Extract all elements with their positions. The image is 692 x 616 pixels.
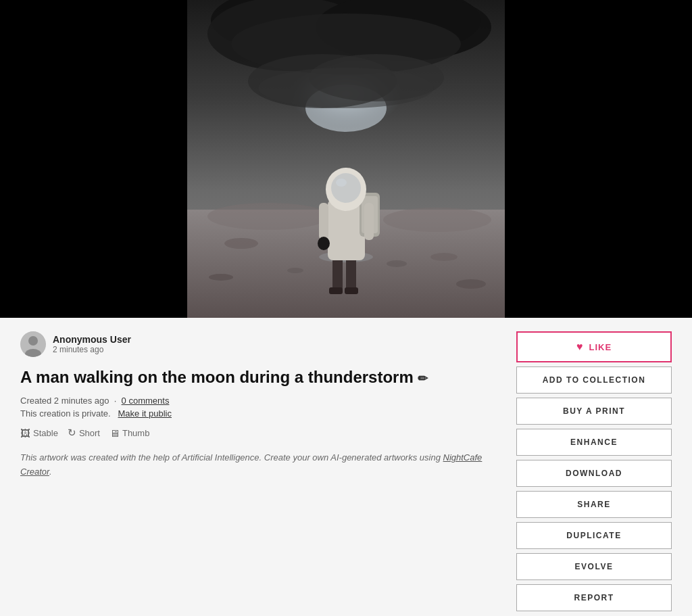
- svg-point-9: [258, 68, 434, 108]
- add-to-collection-button[interactable]: ADD TO COLLECTION: [516, 366, 672, 394]
- buy-a-print-button[interactable]: BUY A PRINT: [516, 398, 672, 425]
- thumb-icon: 🖥: [109, 427, 120, 439]
- svg-rect-22: [329, 287, 343, 294]
- content-area: Anonymous User 2 minutes ago A man walki…: [0, 318, 692, 616]
- edit-icon[interactable]: ✏: [418, 372, 428, 385]
- svg-rect-21: [346, 257, 356, 291]
- svg-point-17: [207, 203, 329, 230]
- time-ago: 2 minutes ago: [53, 345, 131, 354]
- svg-point-29: [318, 237, 330, 250]
- svg-point-12: [430, 253, 458, 261]
- user-details: Anonymous User 2 minutes ago: [53, 334, 131, 354]
- tag-stable: 🖼 Stable: [20, 427, 58, 439]
- svg-point-31: [331, 173, 361, 203]
- tags-line: 🖼 Stable ↻ Short 🖥 Thumb: [20, 427, 503, 439]
- tag-short-label: Short: [79, 428, 100, 438]
- short-icon: ↻: [68, 427, 76, 439]
- svg-point-13: [209, 274, 233, 281]
- svg-rect-23: [345, 287, 358, 294]
- artwork-image: [187, 0, 505, 318]
- avatar[interactable]: [20, 331, 46, 357]
- image-area: [0, 0, 692, 318]
- right-panel: ♥ LIKE ADD TO COLLECTION BUY A PRINT ENH…: [516, 331, 672, 611]
- artwork-title: A man walking on the moon during a thund…: [20, 366, 503, 387]
- meta-line: Created 2 minutes ago · 0 comments: [20, 396, 503, 406]
- description: This artwork was created with the help o…: [20, 451, 503, 479]
- tag-thumb: 🖥 Thumb: [109, 427, 149, 439]
- svg-rect-28: [364, 203, 374, 240]
- tag-short: ↻ Short: [68, 427, 100, 439]
- stable-icon: 🖼: [20, 427, 30, 439]
- svg-point-14: [456, 279, 486, 289]
- make-public-link[interactable]: Make it public: [118, 408, 172, 419]
- heart-icon: ♥: [576, 341, 584, 353]
- download-button[interactable]: DOWNLOAD: [516, 460, 672, 487]
- like-button[interactable]: ♥ LIKE: [516, 331, 672, 362]
- svg-rect-27: [319, 203, 328, 240]
- evolve-button[interactable]: EVOLVE: [516, 553, 672, 580]
- svg-point-11: [224, 238, 258, 249]
- share-button[interactable]: SHARE: [516, 491, 672, 518]
- svg-point-15: [287, 268, 303, 273]
- user-info: Anonymous User 2 minutes ago: [20, 331, 503, 357]
- comments-link[interactable]: 0 comments: [122, 396, 170, 406]
- tag-stable-label: Stable: [33, 428, 58, 438]
- svg-point-18: [383, 208, 491, 232]
- report-button[interactable]: REPORT: [516, 584, 672, 611]
- left-panel: Anonymous User 2 minutes ago A man walki…: [20, 331, 503, 611]
- privacy-line: This creation is private. Make it public: [20, 408, 503, 419]
- svg-point-32: [336, 179, 347, 187]
- tag-thumb-label: Thumb: [122, 428, 149, 438]
- username[interactable]: Anonymous User: [53, 334, 131, 345]
- duplicate-button[interactable]: DUPLICATE: [516, 522, 672, 549]
- svg-point-34: [28, 336, 38, 346]
- svg-rect-20: [332, 257, 343, 291]
- svg-point-16: [387, 260, 407, 267]
- enhance-button[interactable]: ENHANCE: [516, 429, 672, 456]
